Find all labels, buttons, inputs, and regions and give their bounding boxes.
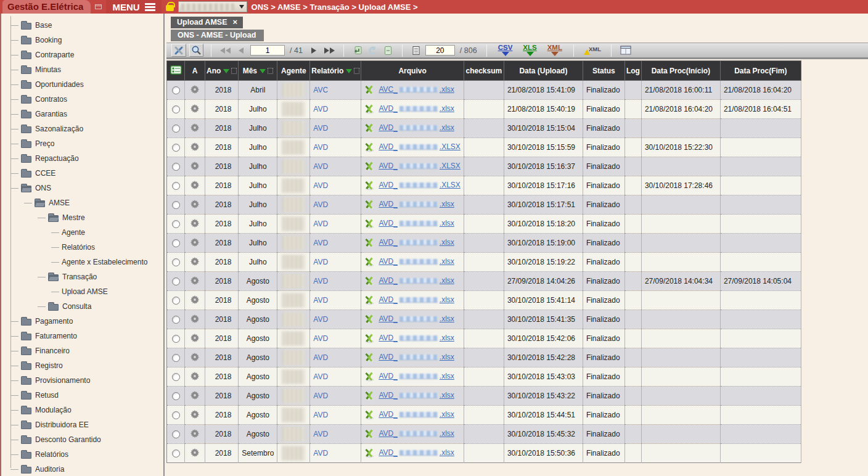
tools-button[interactable]: [171, 44, 186, 57]
gear-icon[interactable]: [190, 295, 200, 305]
sidebar-item-minutas[interactable]: Minutas: [1, 62, 163, 77]
export-xls-link[interactable]: XLS: [523, 44, 536, 51]
sidebar-item-amse[interactable]: AMSE: [1, 195, 163, 210]
arquivo-link[interactable]: AVD_.xlsx: [379, 295, 454, 304]
row-select-radio[interactable]: [172, 277, 180, 285]
col-header-fim[interactable]: Data Proc(Fim): [720, 61, 801, 81]
col-header-mes[interactable]: Mês: [239, 61, 277, 81]
gear-icon[interactable]: [190, 371, 200, 381]
arquivo-link[interactable]: AVD_.xlsx: [379, 429, 454, 438]
col-header-inicio[interactable]: Data Proc(Início): [641, 61, 720, 81]
gear-icon[interactable]: [190, 84, 200, 94]
subtab-ons-amse-upload[interactable]: ONS - AMSE - Upload: [171, 30, 264, 41]
menu-button[interactable]: MENU: [106, 0, 161, 14]
sidebar-item-relatorios[interactable]: Relatórios: [1, 240, 163, 255]
sidebar-item-registro[interactable]: Registro: [1, 358, 163, 373]
row-select-radio[interactable]: [172, 430, 180, 438]
export-csv-link[interactable]: CSV: [498, 44, 513, 51]
sidebar-item-desconto-garantido[interactable]: Desconto Garantido: [1, 432, 163, 447]
col-header-a[interactable]: A: [185, 61, 205, 81]
col-header-arquivo[interactable]: Arquivo: [361, 61, 464, 81]
gear-icon[interactable]: [190, 429, 200, 438]
row-select-radio[interactable]: [172, 335, 180, 343]
relatorio-link[interactable]: AVC: [313, 86, 328, 94]
sidebar-item-consulta[interactable]: Consulta: [1, 299, 163, 314]
row-select-radio[interactable]: [172, 86, 180, 94]
document-button[interactable]: [382, 44, 395, 57]
arquivo-link[interactable]: AVD_.XLSX: [379, 181, 461, 189]
arquivo-link[interactable]: AVD_.xlsx: [379, 334, 454, 342]
row-select-radio[interactable]: [172, 258, 180, 266]
col-header-status[interactable]: Status: [583, 61, 624, 81]
sidebar-item-preco[interactable]: Preço: [1, 136, 163, 151]
row-select-radio[interactable]: [172, 297, 180, 305]
arquivo-link[interactable]: AVD_.xlsx: [379, 448, 454, 457]
arquivo-link[interactable]: AVD_.xlsx: [379, 104, 454, 113]
arquivo-link[interactable]: AVD_.xlsx: [379, 219, 454, 228]
relatorio-link[interactable]: AVD: [313, 392, 328, 400]
col-header-relatorio[interactable]: Relatório: [310, 61, 361, 81]
row-select-radio[interactable]: [172, 373, 180, 381]
sidebar-item-financeiro[interactable]: Financeiro: [1, 343, 163, 358]
gear-icon[interactable]: [190, 142, 200, 152]
sidebar-item-faturamento[interactable]: Faturamento: [1, 329, 163, 343]
col-header-select[interactable]: [167, 61, 185, 81]
row-select-radio[interactable]: [172, 182, 180, 190]
row-select-radio[interactable]: [172, 220, 180, 228]
relatorio-link[interactable]: AVD: [313, 200, 328, 209]
filter-funnel-icon[interactable]: [260, 69, 266, 73]
relatorio-link[interactable]: AVD: [313, 181, 328, 190]
page-size-input[interactable]: [425, 45, 455, 55]
upload-xml-button[interactable]: XML: [584, 46, 601, 55]
relatorio-link[interactable]: AVD: [313, 239, 328, 247]
arquivo-link[interactable]: AVD_.xlsx: [379, 410, 454, 419]
col-header-agente[interactable]: Agente: [277, 61, 310, 81]
relatorio-link[interactable]: AVD: [313, 124, 328, 133]
arquivo-link[interactable]: AVD_.xlsx: [379, 314, 454, 323]
gear-icon[interactable]: [190, 333, 200, 343]
relatorio-link[interactable]: AVD: [313, 449, 328, 458]
refresh-button[interactable]: [367, 44, 379, 57]
arquivo-link[interactable]: AVC_.xlsx: [379, 85, 454, 94]
sidebar-item-modulacao[interactable]: Modulação: [1, 403, 163, 417]
close-icon[interactable]: ×: [232, 19, 237, 25]
sidebar-item-auditoria[interactable]: Auditoria: [1, 462, 163, 476]
window-restore-icon[interactable]: [95, 4, 102, 9]
row-select-radio[interactable]: [172, 125, 180, 133]
sidebar-item-agente[interactable]: Agente: [1, 225, 163, 240]
row-select-radio[interactable]: [172, 411, 180, 419]
filter-selector[interactable]: [354, 68, 359, 74]
sidebar-item-oportunidades[interactable]: Oportunidades: [1, 77, 163, 92]
filter-selector[interactable]: [268, 68, 273, 74]
col-header-log[interactable]: Log: [624, 61, 641, 81]
sidebar-item-relatorios[interactable]: Relatórios: [1, 447, 163, 462]
arquivo-link[interactable]: AVD_.XLSX: [379, 162, 461, 170]
relatorio-link[interactable]: AVD: [313, 372, 328, 381]
relatorio-link[interactable]: AVD: [313, 258, 328, 266]
gear-icon[interactable]: [190, 180, 200, 190]
sidebar-item-contraparte[interactable]: Contraparte: [1, 47, 163, 62]
sidebar-item-garantias[interactable]: Garantias: [1, 107, 163, 121]
sidebar-item-pagamento[interactable]: Pagamento: [1, 314, 163, 329]
prev-page-button[interactable]: [235, 44, 247, 57]
relatorio-link[interactable]: AVD: [313, 430, 328, 438]
sidebar-item-contratos[interactable]: Contratos: [1, 92, 163, 107]
col-header-checksum[interactable]: checksum: [464, 61, 504, 81]
arquivo-link[interactable]: AVD_.xlsx: [379, 200, 454, 208]
grid-view-button[interactable]: [619, 44, 633, 57]
relatorio-link[interactable]: AVD: [313, 220, 328, 228]
sidebar-item-sazonalizacao[interactable]: Sazonalização: [1, 121, 163, 136]
search-button[interactable]: [189, 44, 203, 57]
filter-funnel-icon[interactable]: [346, 69, 352, 73]
export-xml-link[interactable]: XML: [547, 44, 562, 51]
arquivo-link[interactable]: AVD_.xlsx: [379, 123, 454, 132]
row-select-radio[interactable]: [172, 449, 180, 458]
col-header-ano[interactable]: Ano: [205, 61, 239, 81]
row-select-radio[interactable]: [172, 239, 180, 247]
page-input[interactable]: [250, 45, 285, 55]
relatorio-link[interactable]: AVD: [313, 277, 328, 285]
sidebar-item-mestre[interactable]: Mestre: [1, 210, 163, 225]
col-header-upload[interactable]: Data (Upload): [504, 61, 583, 81]
row-select-radio[interactable]: [172, 392, 180, 400]
gear-icon[interactable]: [190, 314, 200, 324]
